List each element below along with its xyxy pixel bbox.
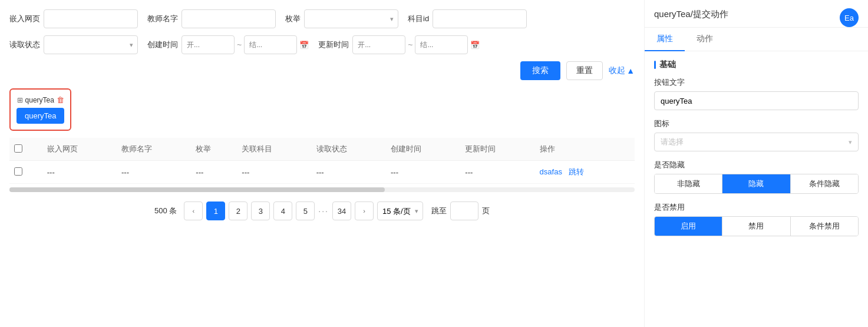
page-jump: 跳至 页 [431,202,490,220]
per-page-select-outer: 15 条/页 20 条/页 50 条/页 [377,202,423,220]
reset-button[interactable]: 重置 [566,61,603,80]
collapse-icon: ▲ [626,66,635,75]
icon-dropdown-arrow: ▾ [849,138,852,146]
row-read: --- [312,161,386,184]
next-page-button[interactable]: › [355,202,374,220]
filter-btn-row: 搜索 重置 收起 ▲ [9,61,635,80]
horizontal-scrollbar[interactable] [9,187,635,192]
read-filter: 读取状态 [9,35,138,54]
col-teacher: 教师名字 [117,138,191,161]
update-filter: 更新时间 ~ 📅 [318,35,480,54]
select-all-checkbox[interactable] [14,144,22,153]
update-start-input[interactable] [352,35,405,54]
embed-filter: 嵌入网页 [9,9,138,28]
date-sep-2: ~ [408,40,412,49]
create-end-input[interactable] [244,35,297,54]
row-embed: --- [42,161,117,184]
action-dsafas[interactable]: dsafas [540,167,562,176]
action-jump[interactable]: 跳转 [569,167,584,176]
page-3-button[interactable]: 3 [251,202,270,220]
update-label: 更新时间 [318,39,349,50]
toolbar-item-header: ⊞ queryTea 🗑 [17,95,64,104]
disable-field: 是否禁用 启用 禁用 条件禁用 [654,202,859,236]
read-select[interactable] [44,35,138,54]
subject-input[interactable] [433,9,527,28]
section-bar [654,61,656,69]
page-1-button[interactable]: 1 [206,202,225,220]
table-wrap: 嵌入网页 教师名字 枚举 关联科目 读取状态 创建时间 更新时间 操作 [9,138,635,196]
disable-option-disabled[interactable]: 禁用 [722,217,790,236]
row-update: --- [460,161,534,184]
date-sep-1: ~ [237,40,242,49]
page-label: 页 [482,206,490,216]
create-date-range: ~ 📅 [181,35,309,54]
btn-text-input[interactable] [654,91,859,110]
read-label: 读取状态 [9,39,40,50]
row-subject: --- [237,161,311,184]
hide-option-conditional[interactable]: 条件隐藏 [790,174,858,193]
create-label: 创建时间 [147,39,178,50]
calendar-icon-2: 📅 [470,41,480,49]
teacher-filter: 教师名字 [147,9,276,28]
per-page-select-wrap: 15 条/页 20 条/页 50 条/页 [377,202,423,220]
row-checkbox[interactable] [14,167,22,176]
per-page-select[interactable]: 15 条/页 20 条/页 50 条/页 [377,202,423,220]
school-filter: 枚举 [285,9,398,28]
icon-placeholder: 请选择 [661,137,684,147]
teacher-input[interactable] [181,9,276,28]
hide-option-visible[interactable]: 非隐藏 [655,174,722,193]
page-5-button[interactable]: 5 [296,202,315,220]
col-update: 更新时间 [460,138,534,161]
table-header-row: 嵌入网页 教师名字 枚举 关联科目 读取状态 创建时间 更新时间 操作 [9,138,635,161]
panel-title: queryTea/提交动作 [654,9,728,27]
row-actions: dsafas 跳转 [535,161,635,184]
section-basic: 基础 [654,60,859,70]
teacher-label: 教师名字 [147,14,178,24]
search-button[interactable]: 搜索 [520,61,560,80]
disable-option-conditional[interactable]: 条件禁用 [790,217,858,236]
tab-properties[interactable]: 属性 [645,28,685,51]
panel-header: queryTea/提交动作 Ea [645,0,868,28]
main-area: 嵌入网页 教师名字 枚举 科目id [0,0,644,327]
jump-input[interactable] [450,202,478,220]
toolbar-item-name: queryTea [25,96,54,104]
disable-label: 是否禁用 [654,202,859,213]
create-start-input[interactable] [181,35,235,54]
embed-input[interactable] [44,9,138,28]
toolbar-area: ⊞ queryTea 🗑 queryTea [9,88,71,131]
hide-field: 是否隐藏 非隐藏 隐藏 条件隐藏 [654,160,859,194]
school-select[interactable] [304,9,398,28]
page-4-button[interactable]: 4 [273,202,292,220]
avatar: Ea [840,8,859,27]
hide-option-hidden[interactable]: 隐藏 [722,174,790,193]
update-end-input[interactable] [415,35,468,54]
jump-label: 跳至 [431,206,447,216]
scrollbar-thumb [9,187,385,192]
page-34-button[interactable]: 34 [332,202,351,220]
delete-icon[interactable]: 🗑 [57,95,64,104]
col-embed: 嵌入网页 [42,138,117,161]
panel-tabs: 属性 动作 [645,28,868,51]
disable-toggle-group: 启用 禁用 条件禁用 [654,216,859,236]
school-select-wrap [304,9,398,28]
icon-select[interactable]: 请选择 ▾ [654,133,859,151]
school-label: 枚举 [285,14,301,24]
hide-label: 是否隐藏 [654,160,859,170]
icon-field: 图标 请选择 ▾ [654,118,859,151]
query-button[interactable]: queryTea [16,108,64,124]
total-count: 500 条 [154,206,177,216]
calendar-icon-1: 📅 [299,41,309,49]
collapse-button[interactable]: 收起 ▲ [609,65,635,76]
tab-actions[interactable]: 动作 [685,28,725,51]
disable-option-enabled[interactable]: 启用 [655,217,722,236]
row-school: --- [191,161,237,184]
table-icon: ⊞ [17,96,23,104]
update-date-range: ~ 📅 [352,35,480,54]
icon-label: 图标 [654,118,859,129]
read-select-wrap [44,35,138,54]
col-read: 读取状态 [312,138,386,161]
filter-row-2: 读取状态 创建时间 ~ 📅 [9,35,635,54]
prev-page-button[interactable]: ‹ [184,202,203,220]
page-2-button[interactable]: 2 [229,202,247,220]
data-table: 嵌入网页 教师名字 枚举 关联科目 读取状态 创建时间 更新时间 操作 [9,138,635,184]
